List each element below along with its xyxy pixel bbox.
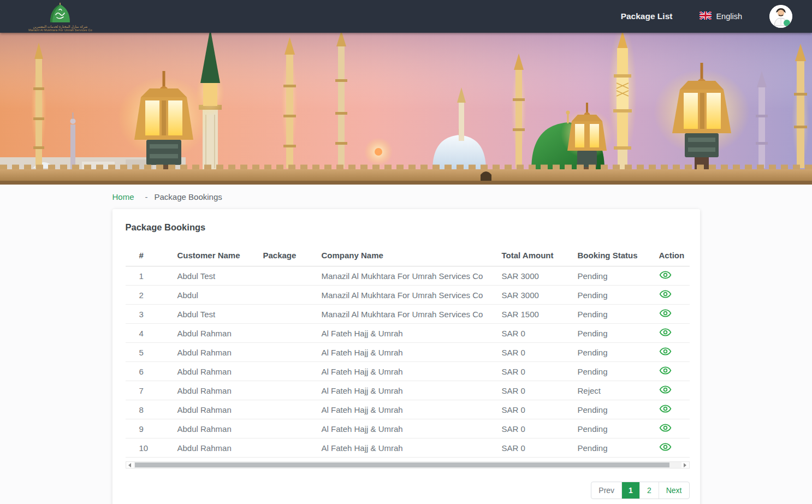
cell-package xyxy=(250,266,308,286)
cell-company-name: Manazil Al Mukhtara For Umrah Services C… xyxy=(308,305,488,324)
view-booking-button[interactable] xyxy=(659,328,672,338)
breadcrumb-home-link[interactable]: Home xyxy=(112,192,134,201)
eye-icon xyxy=(659,271,672,281)
hero-image xyxy=(0,33,812,185)
cell-package xyxy=(250,362,308,381)
cell-total-amount: SAR 3000 xyxy=(488,286,564,305)
view-booking-button[interactable] xyxy=(659,405,672,414)
cell-booking-status: Pending xyxy=(564,362,645,381)
cell-customer-name: Abdul Rahman xyxy=(164,362,250,381)
top-navbar: شركة منازل المختارة لخدمات المعتمرين Man… xyxy=(0,0,812,33)
cell-booking-status: Pending xyxy=(564,400,645,419)
cell-total-amount: SAR 0 xyxy=(488,400,564,419)
cell-company-name: Al Fateh Hajj & Umrah xyxy=(308,400,488,419)
view-booking-button[interactable] xyxy=(659,443,672,453)
scroll-right-arrow-icon xyxy=(684,463,686,467)
eye-icon xyxy=(659,290,672,300)
scroll-left-arrow-icon xyxy=(128,463,131,467)
eye-icon xyxy=(659,424,672,434)
eye-icon xyxy=(659,386,672,395)
view-booking-button[interactable] xyxy=(659,366,672,376)
cell-booking-status: Pending xyxy=(564,286,645,305)
user-avatar[interactable] xyxy=(769,5,792,28)
cell-number: 5 xyxy=(126,343,164,362)
eye-icon xyxy=(659,309,672,319)
cell-number: 6 xyxy=(126,362,164,381)
cell-booking-status: Pending xyxy=(564,305,645,324)
scrollbar-track[interactable] xyxy=(134,462,681,468)
view-booking-button[interactable] xyxy=(659,271,672,281)
page-title: Package Bookings xyxy=(126,222,687,233)
cell-customer-name: Abdul Test xyxy=(164,305,250,324)
cell-package xyxy=(250,438,308,458)
eye-icon xyxy=(659,328,672,338)
view-booking-button[interactable] xyxy=(659,290,672,300)
cell-customer-name: Abdul Rahman xyxy=(164,400,250,419)
cell-customer-name: Abdul xyxy=(164,286,250,305)
cell-number: 1 xyxy=(126,266,164,286)
scroll-left-button[interactable] xyxy=(126,462,134,468)
cell-number: 9 xyxy=(126,419,164,438)
cell-package xyxy=(250,305,308,324)
cell-total-amount: SAR 3000 xyxy=(488,266,564,286)
cell-customer-name: Abdul Rahman xyxy=(164,324,250,343)
col-action: Action xyxy=(645,246,690,266)
scrollbar-thumb[interactable] xyxy=(135,463,669,467)
mosque-dome-logo-icon xyxy=(46,3,74,24)
table-header-row: # Customer Name Package Company Name Tot… xyxy=(126,246,690,266)
table-row: 5 Abdul Rahman Al Fateh Hajj & Umrah SAR… xyxy=(126,343,690,362)
cell-total-amount: SAR 1500 xyxy=(488,305,564,324)
cell-booking-status: Pending xyxy=(564,266,645,286)
pagination-prev-button[interactable]: Prev xyxy=(591,482,621,499)
scroll-right-button[interactable] xyxy=(681,462,689,468)
cell-booking-status: Pending xyxy=(564,343,645,362)
view-booking-button[interactable] xyxy=(659,424,672,434)
cell-company-name: Manazil Al Mukhtara For Umrah Services C… xyxy=(308,266,488,286)
view-booking-button[interactable] xyxy=(659,309,672,319)
table-row: 6 Abdul Rahman Al Fateh Hajj & Umrah SAR… xyxy=(126,362,690,381)
cell-package xyxy=(250,400,308,419)
cell-company-name: Al Fateh Hajj & Umrah xyxy=(308,381,488,400)
language-selector[interactable]: English xyxy=(700,11,742,21)
cell-total-amount: SAR 0 xyxy=(488,381,564,400)
package-list-link[interactable]: Package List xyxy=(621,11,673,21)
col-booking-status: Booking Status xyxy=(564,246,645,266)
breadcrumb-separator: - xyxy=(145,192,148,201)
table-body: 1 Abdul Test Manazil Al Mukhtara For Umr… xyxy=(126,266,690,458)
pagination-page-2[interactable]: 2 xyxy=(639,482,659,499)
cell-number: 7 xyxy=(126,381,164,400)
cell-company-name: Al Fateh Hajj & Umrah xyxy=(308,343,488,362)
cell-number: 2 xyxy=(126,286,164,305)
package-bookings-card: Package Bookings # Customer Name Package… xyxy=(112,209,700,504)
horizontal-scrollbar[interactable] xyxy=(126,461,690,469)
cell-company-name: Manazil Al Mukhtara For Umrah Services C… xyxy=(308,286,488,305)
view-booking-button[interactable] xyxy=(659,386,672,395)
table-row: 4 Abdul Rahman Al Fateh Hajj & Umrah SAR… xyxy=(126,324,690,343)
cell-customer-name: Abdul Rahman xyxy=(164,438,250,458)
eye-icon xyxy=(659,347,672,357)
cell-package xyxy=(250,381,308,400)
breadcrumb: Home - Package Bookings xyxy=(112,192,700,201)
cell-total-amount: SAR 0 xyxy=(488,438,564,458)
cell-package xyxy=(250,324,308,343)
cell-company-name: Al Fateh Hajj & Umrah xyxy=(308,438,488,458)
cell-number: 3 xyxy=(126,305,164,324)
cell-package xyxy=(250,343,308,362)
cell-booking-status: Pending xyxy=(564,419,645,438)
logo-english-line: Manazil Al Mukhtara For Umrah Services C… xyxy=(28,29,92,32)
pagination-page-1[interactable]: 1 xyxy=(621,482,639,499)
bookings-table: # Customer Name Package Company Name Tot… xyxy=(126,246,687,458)
eye-icon xyxy=(659,366,672,376)
table-row: 8 Abdul Rahman Al Fateh Hajj & Umrah SAR… xyxy=(126,400,690,419)
table-row: 3 Abdul Test Manazil Al Mukhtara For Umr… xyxy=(126,305,690,324)
cell-customer-name: Abdul Test xyxy=(164,266,250,286)
cell-booking-status: Reject xyxy=(564,381,645,400)
view-booking-button[interactable] xyxy=(659,347,672,357)
eye-icon xyxy=(659,443,672,453)
cell-number: 10 xyxy=(126,438,164,458)
cell-number: 8 xyxy=(126,400,164,419)
cell-customer-name: Abdul Rahman xyxy=(164,419,250,438)
cell-company-name: Al Fateh Hajj & Umrah xyxy=(308,324,488,343)
pagination-next-button[interactable]: Next xyxy=(659,482,689,499)
company-logo[interactable]: شركة منازل المختارة لخدمات المعتمرين Man… xyxy=(28,3,92,32)
